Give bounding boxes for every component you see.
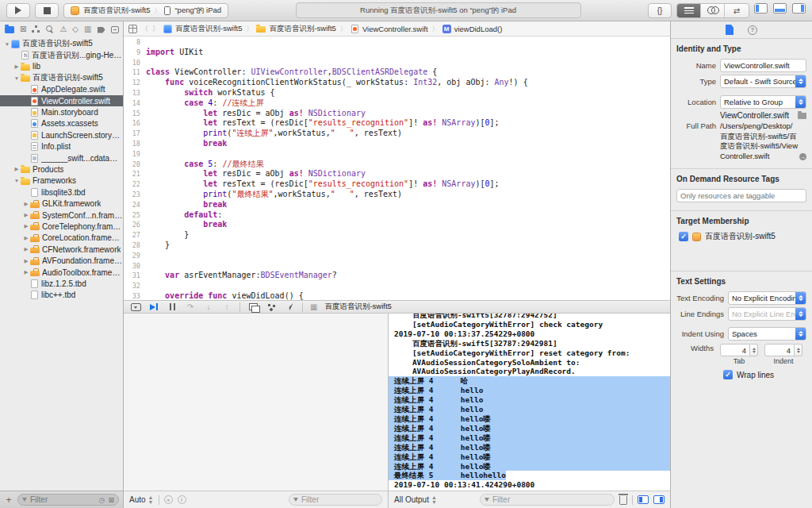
console-output-dropdown[interactable]: All Output ▲▼ [394,495,437,505]
quick-help-tab[interactable]: ? [748,25,757,35]
disclosure-triangle[interactable]: ▶ [13,64,21,70]
disclosure-triangle[interactable]: ▶ [13,166,21,172]
line-number[interactable]: 12 [124,78,146,88]
breadcrumb-item[interactable]: viewDidLoad() [442,25,503,33]
issue-navigator-tab[interactable]: ⚠ [59,25,67,34]
toggle-inspector-button[interactable] [792,3,806,13]
console-output[interactable]: 百度语音识别-swift5[32787:2942752] [setAudioCa… [389,314,670,491]
stepper-arrows-icon[interactable] [750,344,758,356]
file-tree-item[interactable]: libc++.tbd [0,290,123,301]
file-tree-item[interactable]: AppDelegate.swift [0,84,123,95]
info-icon[interactable]: i [178,495,186,504]
memory-graph-button[interactable] [266,302,277,312]
file-tree-item[interactable]: ▶SystemConf...n.framework [0,210,123,221]
variables-scope-dropdown[interactable]: Auto ▲▼ [129,495,154,505]
disclosure-triangle[interactable]: ▶ [22,258,30,264]
back-button[interactable]: 〈 [141,24,148,34]
source-control-navigator-tab[interactable]: ⊠ [20,25,26,34]
source-editor[interactable]: 89import UIKit1011class ViewController: … [124,37,670,300]
line-number[interactable]: 16 [124,118,146,129]
indent-width-stepper[interactable]: 4 [764,344,802,356]
line-number[interactable]: 25 [124,210,146,221]
assistant-editor-button[interactable] [701,4,725,17]
file-tree-item[interactable]: ▶CFNetwork.framework [0,244,123,255]
disclosure-triangle[interactable]: ▼ [13,178,21,183]
file-tree-item[interactable]: ______swift...cdatamodeld [0,152,123,164]
line-number[interactable]: 29 [124,251,146,261]
line-number[interactable]: 26 [124,220,146,230]
disclosure-triangle[interactable]: ▶ [22,212,30,218]
step-into-button[interactable]: ↓ [203,302,214,312]
disclosure-triangle[interactable]: ▼ [13,75,21,81]
stepper-arrows-icon[interactable] [795,344,802,356]
disclosure-triangle[interactable]: ▶ [22,235,30,241]
view-hierarchy-button[interactable] [247,302,259,312]
file-tree-item[interactable]: LaunchScreen.storyboard [0,129,123,140]
line-number[interactable]: 32 [124,281,146,291]
open-path-arrow-icon[interactable]: → [799,153,806,160]
file-tree-item[interactable]: ▶lib [0,61,123,72]
line-number[interactable]: 14 [124,98,146,109]
line-number[interactable]: 31 [124,271,146,281]
breadcrumb-item[interactable]: 百度语音识别-swift5 [163,24,242,34]
add-button[interactable]: + [4,495,13,506]
location-dropdown[interactable]: Relative to Group [720,95,806,109]
breadcrumb-item[interactable]: ViewController.swift [350,25,428,33]
file-tree-item[interactable]: ViewController.swift [0,95,123,106]
find-navigator-tab[interactable] [45,25,54,34]
simulate-location-button[interactable] [284,302,295,312]
source-control-status-icon[interactable]: ⊠ [108,496,114,504]
standard-editor-button[interactable] [677,4,701,17]
file-tree-item[interactable]: ▶GLKit.framework [0,198,123,209]
indent-using-dropdown[interactable]: Spaces [728,327,806,341]
file-inspector-tab[interactable] [726,25,733,35]
project-navigator-tab[interactable] [5,25,14,34]
clear-console-button[interactable] [619,496,627,505]
scheme-selector[interactable]: 百度语音识别-swift5 〉 “peng”的 iPad [63,3,228,18]
line-number[interactable]: 10 [124,58,146,68]
file-tree-item[interactable]: Info.plist [0,141,123,152]
line-number[interactable]: 21 [124,169,146,179]
file-tree-item[interactable]: libz.1.2.5.tbd [0,278,123,289]
name-field[interactable] [720,59,806,72]
line-number[interactable]: 11 [124,67,146,78]
file-tree-item[interactable]: ▼Frameworks [0,175,123,187]
file-tree-item[interactable]: ▼百度语音识别-swift5 [0,38,123,49]
version-editor-button[interactable]: ⇄ [725,4,749,17]
line-number[interactable]: 27 [124,230,146,241]
line-number[interactable]: 22 [124,179,146,190]
line-number[interactable]: 24 [124,200,146,210]
step-out-button[interactable]: ↑ [221,302,232,312]
file-tree-item[interactable]: Assets.xcassets [0,118,123,129]
continue-execution-button[interactable] [148,302,159,312]
file-tree-item[interactable]: ▶AVFoundation.framework [0,255,123,266]
disclosure-triangle[interactable]: ▶ [22,201,30,207]
disclosure-triangle[interactable]: ▶ [22,223,30,229]
navigator-filter-field[interactable]: Filter ◷ ⊠ [17,494,119,506]
tab-width-stepper[interactable]: 4 [720,344,758,356]
line-number[interactable]: 19 [124,149,146,160]
show-console-button[interactable] [653,495,665,504]
line-number[interactable]: 8 [124,37,146,48]
line-number[interactable]: 9 [124,48,146,58]
resource-tags-field[interactable] [676,189,806,202]
variables-filter-field[interactable]: Filter [289,494,382,506]
symbol-navigator-tab[interactable] [32,25,40,34]
file-tree-item[interactable]: ▼百度语音识别-swift5 [0,72,123,83]
report-navigator-tab[interactable] [111,25,119,34]
type-dropdown[interactable]: Default - Swift Source [720,75,806,88]
line-number[interactable]: 17 [124,129,146,139]
toggle-debug-area-button[interactable] [773,3,787,13]
reveal-folder-icon[interactable] [798,113,806,119]
target-checkbox[interactable]: ✓ [679,232,688,241]
line-number[interactable]: 13 [124,88,146,98]
file-tree-item[interactable]: 百度语音识别...ging-Header.h [0,49,123,60]
file-tree-item[interactable]: ▶Products [0,164,123,175]
console-filter-field[interactable]: Filter [480,494,615,506]
line-number[interactable]: 30 [124,261,146,271]
line-number[interactable]: 18 [124,139,146,149]
run-button[interactable] [6,3,30,18]
file-tree-item[interactable]: libsqlite3.tbd [0,187,123,198]
step-over-button[interactable]: ↷ [185,302,196,312]
pause-button[interactable] [167,302,178,312]
